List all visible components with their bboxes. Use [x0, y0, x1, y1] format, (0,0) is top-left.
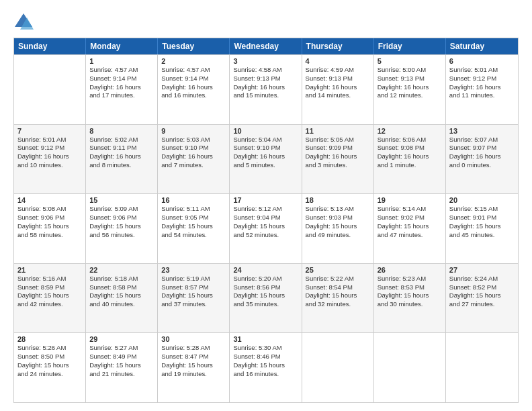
calendar-cell-day-16: 16Sunrise: 5:11 AMSunset: 9:05 PMDayligh…: [158, 194, 230, 263]
logo-icon: [13, 12, 34, 32]
cell-line: Daylight: 15 hours: [161, 222, 226, 231]
day-number: 28: [17, 335, 82, 343]
cell-line: and 1 minute.: [378, 161, 442, 170]
cell-line: Daylight: 16 hours: [89, 83, 154, 92]
cell-line: Daylight: 15 hours: [378, 291, 442, 300]
calendar-cell-day-2: 2Sunrise: 4:57 AMSunset: 9:14 PMDaylight…: [158, 55, 230, 124]
cell-line: Sunset: 9:14 PM: [89, 75, 154, 83]
cell-line: and 35 minutes.: [233, 300, 298, 309]
day-number: 31: [233, 335, 298, 343]
cell-line: and 3 minutes.: [306, 161, 370, 170]
day-number: 25: [306, 266, 370, 274]
cell-line: and 56 minutes.: [89, 231, 154, 240]
calendar-cell-day-10: 10Sunrise: 5:04 AMSunset: 9:10 PMDayligh…: [230, 125, 302, 194]
calendar-cell-day-9: 9Sunrise: 5:03 AMSunset: 9:10 PMDaylight…: [158, 125, 230, 194]
cell-line: Sunrise: 5:15 AM: [449, 205, 515, 214]
calendar-cell-empty-4-6: [446, 333, 518, 402]
cell-line: Sunset: 8:49 PM: [89, 353, 154, 361]
header-day-wednesday: Wednesday: [230, 38, 302, 54]
cell-line: and 32 minutes.: [306, 300, 370, 309]
calendar-cell-day-31: 31Sunrise: 5:30 AMSunset: 8:46 PMDayligh…: [230, 333, 302, 402]
day-number: 16: [161, 196, 226, 204]
cell-line: Sunrise: 5:14 AM: [378, 205, 442, 214]
cell-line: Sunset: 8:47 PM: [161, 353, 226, 361]
calendar-cell-day-22: 22Sunrise: 5:18 AMSunset: 8:58 PMDayligh…: [86, 264, 158, 333]
cell-line: Daylight: 15 hours: [17, 291, 82, 300]
calendar-row-2: 14Sunrise: 5:08 AMSunset: 9:06 PMDayligh…: [14, 193, 518, 263]
cell-line: and 16 minutes.: [233, 370, 298, 379]
cell-line: Daylight: 15 hours: [306, 291, 370, 300]
day-number: 6: [449, 57, 515, 65]
cell-line: and 24 minutes.: [17, 370, 82, 379]
cell-line: Daylight: 15 hours: [89, 222, 154, 231]
cell-line: Sunrise: 5:30 AM: [233, 344, 298, 353]
cell-line: Sunrise: 4:58 AM: [233, 66, 298, 75]
cell-line: and 54 minutes.: [161, 231, 226, 240]
day-number: 4: [306, 57, 370, 65]
cell-line: Sunset: 8:53 PM: [378, 283, 442, 292]
calendar-cell-day-18: 18Sunrise: 5:13 AMSunset: 9:03 PMDayligh…: [302, 194, 374, 263]
cell-line: Sunrise: 5:06 AM: [378, 136, 442, 144]
cell-line: and 17 minutes.: [89, 91, 154, 100]
day-number: 21: [17, 266, 82, 274]
cell-line: Sunset: 9:13 PM: [233, 75, 298, 83]
calendar-cell-day-6: 6Sunrise: 5:01 AMSunset: 9:12 PMDaylight…: [446, 55, 518, 124]
day-number: 30: [161, 335, 226, 343]
cell-line: Daylight: 15 hours: [449, 222, 515, 231]
header-day-tuesday: Tuesday: [158, 38, 230, 54]
day-number: 13: [449, 127, 515, 135]
header-day-sunday: Sunday: [14, 38, 86, 54]
calendar-cell-day-3: 3Sunrise: 4:58 AMSunset: 9:13 PMDaylight…: [230, 55, 302, 124]
calendar-cell-day-21: 21Sunrise: 5:16 AMSunset: 8:59 PMDayligh…: [14, 264, 86, 333]
day-number: 29: [89, 335, 154, 343]
header-day-friday: Friday: [374, 38, 446, 54]
cell-line: Sunrise: 5:16 AM: [17, 275, 82, 283]
day-number: 27: [449, 266, 515, 274]
cell-line: Sunset: 9:05 PM: [161, 214, 226, 222]
day-number: 26: [378, 266, 442, 274]
cell-line: Daylight: 15 hours: [306, 222, 370, 231]
cell-line: and 16 minutes.: [161, 91, 226, 100]
cell-line: Daylight: 15 hours: [89, 361, 154, 370]
cell-line: and 0 minutes.: [449, 161, 515, 170]
calendar-cell-empty-4-5: [374, 333, 446, 402]
cell-line: Sunset: 8:46 PM: [233, 353, 298, 361]
day-number: 10: [233, 127, 298, 135]
cell-line: Sunset: 9:14 PM: [161, 75, 226, 83]
cell-line: Daylight: 15 hours: [233, 361, 298, 370]
cell-line: Sunrise: 5:22 AM: [306, 275, 370, 283]
cell-line: and 19 minutes.: [161, 370, 226, 379]
cell-line: Sunset: 8:50 PM: [17, 353, 82, 361]
cell-line: Sunrise: 5:08 AM: [17, 205, 82, 214]
day-number: 8: [89, 127, 154, 135]
cell-line: Sunset: 8:54 PM: [306, 283, 370, 292]
calendar-cell-day-20: 20Sunrise: 5:15 AMSunset: 9:01 PMDayligh…: [446, 194, 518, 263]
day-number: 2: [161, 57, 226, 65]
calendar-cell-day-1: 1Sunrise: 4:57 AMSunset: 9:14 PMDaylight…: [86, 55, 158, 124]
cell-line: and 37 minutes.: [161, 300, 226, 309]
cell-line: and 30 minutes.: [378, 300, 442, 309]
calendar-cell-day-14: 14Sunrise: 5:08 AMSunset: 9:06 PMDayligh…: [14, 194, 86, 263]
cell-line: Sunrise: 5:23 AM: [378, 275, 442, 283]
cell-line: Sunrise: 4:57 AM: [89, 66, 154, 75]
cell-line: Sunset: 9:10 PM: [233, 144, 298, 152]
cell-line: and 27 minutes.: [449, 300, 515, 309]
cell-line: and 12 minutes.: [378, 91, 442, 100]
cell-line: Daylight: 16 hours: [161, 152, 226, 161]
calendar-cell-day-29: 29Sunrise: 5:27 AMSunset: 8:49 PMDayligh…: [86, 333, 158, 402]
cell-line: Sunrise: 5:26 AM: [17, 344, 82, 353]
cell-line: Sunset: 8:58 PM: [89, 283, 154, 292]
cell-line: Sunset: 9:01 PM: [449, 214, 515, 222]
cell-line: Sunrise: 5:11 AM: [161, 205, 226, 214]
cell-line: Daylight: 16 hours: [449, 152, 515, 161]
cell-line: Sunset: 9:02 PM: [378, 214, 442, 222]
cell-line: Sunset: 8:57 PM: [161, 283, 226, 292]
cell-line: Daylight: 15 hours: [161, 361, 226, 370]
cell-line: Sunrise: 5:07 AM: [449, 136, 515, 144]
cell-line: Sunrise: 5:00 AM: [378, 66, 442, 75]
cell-line: Sunset: 9:13 PM: [378, 75, 442, 83]
calendar-cell-empty-4-4: [302, 333, 374, 402]
cell-line: Daylight: 16 hours: [306, 83, 370, 92]
calendar-cell-day-13: 13Sunrise: 5:07 AMSunset: 9:07 PMDayligh…: [446, 125, 518, 194]
calendar-cell-day-30: 30Sunrise: 5:28 AMSunset: 8:47 PMDayligh…: [158, 333, 230, 402]
